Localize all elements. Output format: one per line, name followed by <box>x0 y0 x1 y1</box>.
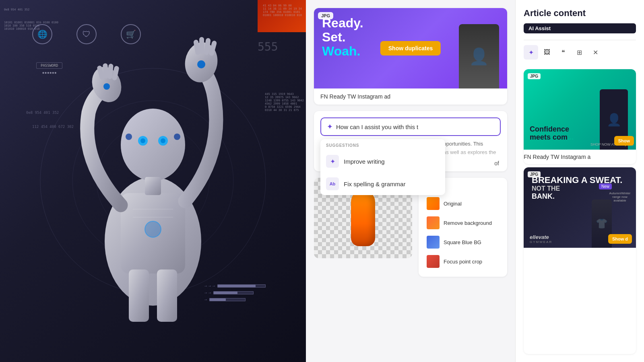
right-panel: JPG Ready. Set. Woah. 👤 SHOP NOW AT <box>306 0 644 362</box>
scatter-num-2: 112 454 400 672 302 <box>32 125 74 129</box>
scatter-num-3: 555 <box>258 40 278 53</box>
svg-point-22 <box>197 60 205 68</box>
fix-grammar-label: Fix spelling & grammar <box>344 181 405 187</box>
password-dots: ●●●●●● <box>42 70 57 75</box>
show-duplicates-button[interactable]: Show duplicates <box>380 41 441 56</box>
ai-input-text: How can I assist you with this t <box>336 123 494 130</box>
preset-remove-bg-label: Remove background <box>444 220 492 226</box>
preset-focus-crop-label: Focus point crop <box>444 259 482 265</box>
preset-square-blue-thumb <box>427 236 440 249</box>
of-text: of <box>494 160 499 167</box>
preset-square-blue[interactable]: Square Blue BG <box>424 232 502 252</box>
instagram-ad-card: JPG Ready. Set. Woah. 👤 SHOP NOW AT <box>314 8 507 105</box>
ai-assist-badge: AI Assist <box>524 23 636 33</box>
svg-point-24 <box>174 134 180 140</box>
preset-square-blue-label: Square Blue BG <box>444 239 481 245</box>
top-icons: 🌐 🛡 🛒 <box>32 24 141 44</box>
improve-writing-icon: ✦ <box>326 155 339 168</box>
ad-card-title: FN Ready TW Instagram ad <box>314 88 507 105</box>
svg-point-29 <box>145 221 161 237</box>
suggestions-header: SUGGESTIONS <box>320 139 445 150</box>
preset-focus-crop-thumb <box>427 255 440 268</box>
preset-original[interactable]: Original <box>424 194 502 213</box>
main-content-area: JPG Ready. Set. Woah. 👤 SHOP NOW AT <box>306 0 515 362</box>
ellevate-logo-block: ellevate GYMWEAR <box>530 234 552 244</box>
bottle-shape <box>351 190 375 246</box>
ai-sparkle-icon: ✦ <box>327 122 333 131</box>
svg-rect-25 <box>129 269 149 322</box>
toolbar-image-icon[interactable]: 🖼 <box>540 45 554 60</box>
preset-original-label: Original <box>444 201 462 207</box>
toolbar-row: ✦ 🖼 ❝ ⊞ ✕ <box>524 40 636 60</box>
scatter-num-1: 0e8 954 401 352 <box>26 111 59 115</box>
svg-rect-26 <box>157 269 177 322</box>
ellevate-card: JPG BREAKING A SWEAT. NOT THE BANK. New … <box>524 167 636 354</box>
cart-icon: 🛒 <box>121 24 141 44</box>
svg-point-9 <box>161 138 165 143</box>
overlay-text-tr: 41 43 04 06 99 00 11 14 38 11 09 34 19 3… <box>263 4 302 17</box>
preset-remove-bg-thumb <box>427 216 440 229</box>
toolbar-close-icon[interactable]: ✕ <box>588 45 603 60</box>
toolbar-quote-icon[interactable]: ❝ <box>556 45 570 60</box>
ellevate-logo: ellevate <box>530 234 552 240</box>
jpg-badge-1: JPG <box>318 12 333 19</box>
ad-person-figure: 👤 <box>459 24 499 88</box>
preset-focus-crop[interactable]: Focus point crop <box>424 252 502 271</box>
ellevate-gymwear: GYMWEAR <box>530 240 552 244</box>
toolbar-sparkle-icon[interactable]: ✦ <box>524 45 538 60</box>
sidebar-ad-title: FN Ready TW Instagram a <box>524 150 636 164</box>
ai-input-container[interactable]: ✦ How can I assist you with this t <box>320 117 501 136</box>
sidebar-title: Article content <box>524 8 636 19</box>
sidebar-ad-image: JPG Confidencemeets com... 👤 SHOP NOW AT… <box>524 69 636 150</box>
progress-bars: →→→ →→ → <box>204 284 266 302</box>
svg-point-5 <box>121 109 185 181</box>
ellevate-image: JPG BREAKING A SWEAT. NOT THE BANK. New … <box>524 167 636 248</box>
svg-point-8 <box>140 138 145 143</box>
right-sidebar: Article content AI Assist ✦ 🖼 ❝ ⊞ ✕ JPG … <box>515 0 644 362</box>
new-badge: New <box>599 183 612 189</box>
sidebar-second-ad-card: JPG Confidencemeets com... 👤 SHOP NOW AT… <box>524 69 636 164</box>
ai-assist-card[interactable]: ✦ How can I assist you with this t SUGGE… <box>314 111 507 171</box>
improve-writing-label: Improve writing <box>344 158 385 165</box>
fix-grammar-icon: Ab <box>326 177 339 190</box>
svg-rect-18 <box>199 37 204 54</box>
ad-text-woah: Woah. <box>322 44 363 58</box>
suggestion-improve-writing[interactable]: ✦ Improve writing <box>320 150 445 173</box>
suggestion-fix-grammar[interactable]: Ab Fix spelling & grammar <box>320 173 445 195</box>
confidence-text: Confidencemeets com... <box>530 125 574 142</box>
jpg-badge-sidebar: JPG <box>528 73 541 79</box>
globe-icon: 🌐 <box>32 24 52 44</box>
svg-point-21 <box>103 83 110 90</box>
svg-point-23 <box>126 134 132 140</box>
ad-text-main: Ready. Set. Woah. <box>322 16 363 59</box>
preset-remove-bg[interactable]: Remove background <box>424 213 502 232</box>
show-button-sidebar[interactable]: Show <box>614 136 634 146</box>
suggestions-dropdown: SUGGESTIONS ✦ Improve writing Ab Fix spe… <box>320 139 445 195</box>
left-panel: 0e8 954 401 352 10101 01001 010001 01b 0… <box>0 0 306 362</box>
range-text: New Autumn/Winter range now available <box>608 179 632 202</box>
overlay-text-mid-right: 445 315 1919 9643 12 35 39975 143 9662 1… <box>265 93 304 112</box>
jpg-badge-ellevate: JPG <box>528 171 541 177</box>
shield-icon: 🛡 <box>76 24 97 44</box>
svg-rect-10 <box>145 177 161 195</box>
password-label: PASSWORD <box>36 62 62 69</box>
preset-original-thumb <box>427 197 440 210</box>
ad-text-set: Set. <box>322 30 363 44</box>
show-d-button[interactable]: Show d <box>608 234 632 244</box>
toolbar-grid-icon[interactable]: ⊞ <box>572 45 586 60</box>
